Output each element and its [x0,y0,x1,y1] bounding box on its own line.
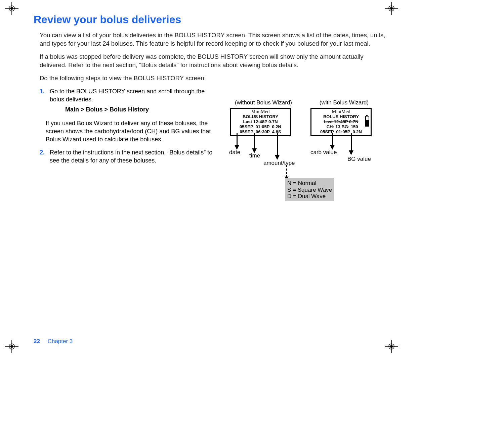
arrow-line-icon [254,133,255,149]
label-amount: amount/type [263,160,295,167]
intro-paragraph-3: Do the following steps to view the BOLUS… [34,74,390,83]
lcd-right-line2: Last 12:48P 0.7N [324,119,358,124]
legend-dual: D = Dual Wave [287,193,332,200]
intro-paragraph-2: If a bolus was stopped before delivery w… [34,53,390,69]
nav-path: Main > Bolus > Bolus History [65,105,214,113]
arrow-line-icon [351,133,352,151]
legend-square: S = Square Wave [287,187,332,193]
lcd-right-line3: CH: 13 BG: 150 [324,124,358,129]
arrow-head-icon [275,155,280,160]
lcd-left-caption: (without Bolus Wizard) [230,99,297,106]
svg-point-3 [10,7,13,10]
crop-mark-icon [5,340,18,353]
svg-point-15 [390,345,393,348]
steps-list: Go to the BOLUS HISTORY screen and scrol… [34,87,214,165]
label-carb: carb value [310,149,337,156]
lcd-right-screen: MiniMed BOLUS HISTORY Last 12:48P 0.7N C… [310,108,372,136]
chapter-label: Chapter 3 [48,338,73,344]
page-title: Review your bolus deliveries [34,13,390,26]
diagram-area: (without Bolus Wizard) MiniMed BOLUS HIS… [230,99,371,207]
battery-icon [365,116,369,127]
label-time: time [249,152,260,159]
arrow-line-icon [332,133,333,146]
step-2: Refer to the instructions in the next se… [40,148,214,165]
svg-point-6 [389,6,394,11]
lcd-left-line2: Last 12:48P 0.7N [243,119,278,124]
arrow-line-icon [277,133,278,156]
svg-point-14 [389,344,394,349]
legend-normal: N = Normal [287,180,332,187]
page-footer: 22 Chapter 3 [34,338,73,345]
step-2-text: Refer to the instructions in the next se… [50,149,212,164]
crop-mark-icon [5,2,18,15]
lcd-right-line4: 05SEP 01:05P 0.2N [320,129,362,134]
svg-point-11 [10,345,13,348]
lcd-right-group: (with Bolus Wizard) MiniMed BOLUS HISTOR… [310,99,378,136]
dashed-line-icon [286,165,287,177]
lcd-left-screen: MiniMed BOLUS HISTORY Last 12:48P 0.7N 0… [230,108,291,136]
label-bg: BG value [347,156,371,162]
lcd-left-line4: 05SEP 06:30P 4.8S [240,129,281,134]
lcd-right-body: BOLUS HISTORY Last 12:48P 0.7N CH: 13 BG… [311,114,371,135]
crop-mark-icon [385,2,398,15]
page: Review your bolus deliveries You can vie… [0,0,504,422]
page-number: 22 [34,338,40,344]
lcd-left-line3: 05SEP 01:05P 0.2N [240,124,281,129]
crop-mark-icon [385,340,398,353]
arrow-line-icon [237,133,238,146]
lcd-right-caption: (with Bolus Wizard) [310,99,378,106]
step-1: Go to the BOLUS HISTORY screen and scrol… [40,87,214,144]
lcd-left-line1: BOLUS HISTORY [243,114,278,119]
svg-point-7 [390,7,393,10]
svg-point-2 [9,6,14,11]
lcd-brand: MiniMed [311,109,371,114]
legend-box: N = Normal S = Square Wave D = Dual Wave [285,178,334,201]
lcd-right-line1: BOLUS HISTORY [323,114,359,119]
lcd-brand: MiniMed [231,109,290,114]
lcd-left-body: BOLUS HISTORY Last 12:48P 0.7N 05SEP 01:… [231,114,290,135]
step-1-note: If you used Bolus Wizard to deliver any … [46,119,214,144]
arrow-head-icon [349,150,353,155]
svg-point-10 [9,344,14,349]
label-date: date [229,149,240,156]
lcd-left-group: (without Bolus Wizard) MiniMed BOLUS HIS… [230,99,297,136]
intro-paragraph-1: You can view a list of your bolus delive… [34,31,390,48]
step-1-text: Go to the BOLUS HISTORY screen and scrol… [50,88,205,103]
